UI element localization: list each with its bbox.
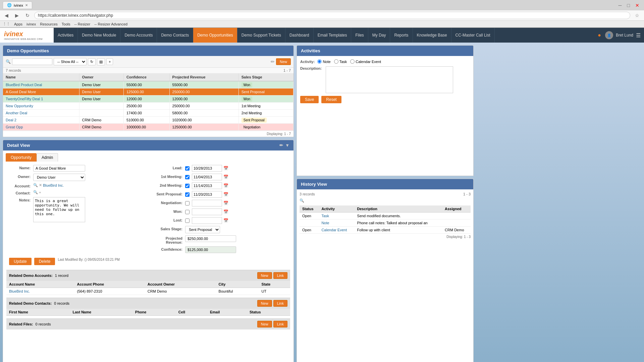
opp-name[interactable]: BlueBird Product Deal: [3, 81, 79, 88]
refresh-btn[interactable]: ↻: [23, 12, 32, 19]
link-file-btn[interactable]: Link: [273, 321, 287, 327]
second-meeting-calendar-icon[interactable]: 📅: [223, 183, 228, 188]
opp-name[interactable]: Deal 2: [3, 117, 79, 124]
nav-cc-master[interactable]: CC-Master Call List: [451, 28, 495, 43]
back-btn[interactable]: ◀: [3, 12, 10, 19]
notification-icon[interactable]: ●: [596, 31, 602, 40]
delete-btn[interactable]: Delete: [34, 258, 55, 265]
name-input[interactable]: [33, 165, 85, 172]
show-all-select[interactable]: -- Show All --: [54, 58, 87, 65]
clear-account-icon[interactable]: ✕: [39, 183, 42, 187]
note-radio[interactable]: [317, 59, 322, 64]
browser-tab[interactable]: 🌐 ivinex ✕: [3, 1, 32, 9]
account-link[interactable]: BlueBird Inc.: [43, 183, 64, 187]
reset-activity-btn[interactable]: Reset: [321, 96, 341, 103]
link-contact-btn[interactable]: Link: [273, 300, 287, 307]
close-btn[interactable]: ✕: [633, 2, 641, 9]
opp-name[interactable]: New Opportunity: [3, 103, 79, 110]
sent-proposal-checkbox[interactable]: [185, 192, 190, 197]
nav-demo-opportunities[interactable]: Demo Opportunities: [193, 28, 237, 43]
nav-demo-contacts[interactable]: Demo Contacts: [157, 28, 193, 43]
edit-detail-icon[interactable]: ✏: [279, 143, 283, 148]
nav-my-day[interactable]: My Day: [368, 28, 390, 43]
opp-name[interactable]: Great Opp: [3, 124, 79, 131]
won-checkbox[interactable]: [185, 210, 190, 214]
nav-files[interactable]: Files: [351, 28, 368, 43]
lost-date[interactable]: [192, 217, 222, 224]
table-row[interactable]: New Opportunity 25000.00 250000.00 1st M…: [3, 103, 293, 110]
search-contact-icon[interactable]: 🔍: [33, 190, 38, 194]
link-account-btn[interactable]: Link: [273, 272, 287, 279]
nav-demo-support[interactable]: Demo Support Tickets: [237, 28, 285, 43]
bookmark-tools[interactable]: Tools: [62, 22, 70, 26]
hist-activity[interactable]: Calendar Event: [319, 227, 354, 234]
tab-opportunity[interactable]: Opportunity: [6, 153, 37, 162]
add-contact-icon[interactable]: +: [39, 190, 41, 194]
collapse-detail-icon[interactable]: ▼: [285, 143, 289, 148]
update-btn[interactable]: Update: [9, 258, 32, 265]
minimize-btn[interactable]: ─: [616, 2, 624, 9]
add-btn[interactable]: +: [106, 58, 113, 65]
nav-email-templates[interactable]: Email Templates: [314, 28, 352, 43]
negotiation-calendar-icon[interactable]: 📅: [223, 201, 228, 205]
new-file-btn[interactable]: New: [257, 321, 272, 327]
table-row[interactable]: Another Deal 17400.00 58000.00 2nd Meeti…: [3, 110, 293, 117]
nav-dashboard[interactable]: Dashboard: [285, 28, 314, 43]
lead-date[interactable]: [192, 165, 222, 172]
won-calendar-icon[interactable]: 📅: [223, 209, 228, 214]
second-meeting-date[interactable]: [192, 182, 222, 189]
new-account-btn[interactable]: New: [257, 272, 272, 279]
bookmark-apps[interactable]: Apps: [14, 22, 22, 26]
search-account-icon[interactable]: 🔍: [33, 183, 38, 187]
nav-demo-new-module[interactable]: Demo New Module: [78, 28, 120, 43]
lost-checkbox[interactable]: [185, 219, 190, 223]
hist-activity[interactable]: Note: [319, 220, 354, 227]
star-btn[interactable]: ☆: [633, 12, 641, 19]
hist-activity[interactable]: Task: [319, 213, 354, 220]
sent-proposal-calendar-icon[interactable]: 📅: [223, 192, 228, 197]
table-row[interactable]: TwentyOneFifty Deal 1 Demo User 12000.00…: [3, 96, 293, 103]
description-textarea[interactable]: [326, 66, 453, 93]
table-row[interactable]: Deal 2 CRM Demo 510000.00 1020000.00 Sen…: [3, 117, 293, 124]
calendar-radio-label[interactable]: Calendar Event: [350, 59, 381, 64]
new-contact-btn[interactable]: New: [257, 300, 272, 307]
second-meeting-checkbox[interactable]: [185, 184, 190, 188]
nav-activities[interactable]: Activities: [54, 28, 78, 43]
new-opportunity-btn[interactable]: New: [276, 58, 291, 65]
task-radio[interactable]: [334, 59, 338, 64]
bookmark-ivinex[interactable]: ivinex: [26, 22, 36, 26]
calendar-radio[interactable]: [350, 59, 355, 64]
search-input[interactable]: [12, 58, 52, 65]
hamburger-icon[interactable]: ☰: [636, 32, 641, 39]
won-date[interactable]: [192, 208, 222, 215]
table-row[interactable]: Great Opp CRM Demo 1000000.00 1250000.00…: [3, 124, 293, 131]
tab-admin[interactable]: Admin: [37, 153, 58, 162]
lead-checkbox[interactable]: [185, 166, 190, 171]
nav-knowledge-base[interactable]: Knowledge Base: [413, 28, 451, 43]
projected-revenue-input[interactable]: [185, 235, 236, 242]
nav-demo-accounts[interactable]: Demo Accounts: [120, 28, 157, 43]
columns-btn[interactable]: ▤: [97, 58, 105, 65]
negotiation-date[interactable]: [192, 200, 222, 206]
bookmark-resizer-adv[interactable]: -- Resizer Advanced: [94, 22, 127, 26]
window-controls[interactable]: ─ □ ✕: [616, 2, 641, 9]
task-radio-label[interactable]: Task: [334, 59, 347, 64]
user-name[interactable]: Bret Lund: [616, 33, 633, 38]
maximize-btn[interactable]: □: [625, 2, 632, 9]
table-row[interactable]: A Good Deal More Demo User 125000.00 250…: [3, 88, 293, 96]
table-row[interactable]: BlueBird Product Deal Demo User 55000.00…: [3, 81, 293, 88]
opp-name[interactable]: Another Deal: [3, 110, 79, 117]
opp-name[interactable]: TwentyOneFifty Deal 1: [3, 96, 79, 103]
url-bar[interactable]: [34, 12, 630, 19]
opp-name[interactable]: A Good Deal More: [3, 88, 79, 96]
sent-proposal-date[interactable]: [192, 191, 222, 198]
nav-reports[interactable]: Reports: [390, 28, 413, 43]
first-meeting-checkbox[interactable]: [185, 175, 190, 179]
bookmark-resizer[interactable]: -- Resizer: [74, 22, 90, 26]
notes-textarea[interactable]: This is a great opportunity. We will nee…: [33, 197, 85, 222]
first-meeting-calendar-icon[interactable]: 📅: [223, 175, 228, 179]
account-name-link[interactable]: BlueBird Inc.: [9, 289, 30, 293]
edit-icon[interactable]: ✏: [271, 59, 275, 64]
owner-select[interactable]: Demo User: [33, 174, 85, 181]
bookmark-resources[interactable]: Resources: [40, 22, 58, 26]
